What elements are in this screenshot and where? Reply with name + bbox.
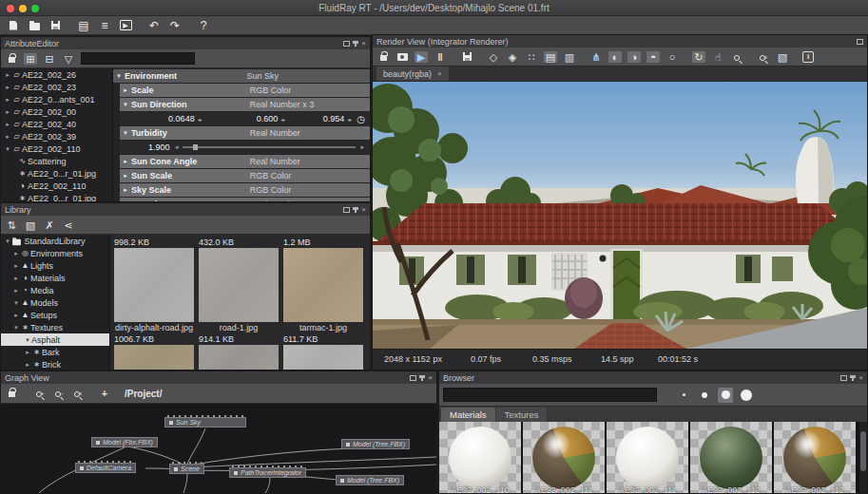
property-header[interactable]: ▸Sky ScaleRGB Color [120,183,370,197]
time-picker-icon[interactable]: ◷ [357,114,365,124]
close-panel-icon[interactable]: × [858,374,863,382]
tree-item[interactable]: ▸∗Bark [1,346,109,358]
turbidity-value[interactable]: 1.900 [148,142,170,152]
caret-icon[interactable]: ▸ [12,262,20,270]
render-button[interactable]: ▶ [116,17,135,34]
tree-item[interactable]: ∗AE22_0...r_01.jpg [1,167,112,180]
render-cube-icon[interactable]: ◇ [487,51,500,63]
caret-icon[interactable]: ▸ [4,84,11,91]
share-icon[interactable]: ⋖ [62,219,75,231]
float-panel-icon[interactable] [343,41,350,47]
caret-icon[interactable]: ▸ [4,133,11,141]
tree-item[interactable]: ▸▱AE22_002_23 [1,81,112,93]
node-path-tracer-integrator[interactable]: PathTracerIntegrator [229,467,306,478]
tree-item[interactable]: ▾ StandardLibrary [1,235,109,247]
save-scene-button[interactable] [46,17,65,34]
browser-search-input[interactable] [443,388,657,402]
track-camera-icon[interactable]: ▥ [563,51,576,63]
tree-item[interactable]: ▸◎Environments [1,247,109,259]
close-window-button[interactable] [7,5,14,12]
turbidity-slider[interactable] [183,146,356,148]
tree-item[interactable]: ▸▲Lights [1,259,109,272]
material-item[interactable]: AE22_002_112 [690,422,772,494]
texture-thumbnail[interactable] [114,248,194,322]
material-item[interactable]: AE22_002_112 [774,422,856,494]
material-item[interactable]: AE22_002_111 [607,422,688,494]
property-header[interactable]: ▸Sun ScaleRGB Color [120,169,370,182]
zoom-reset-icon[interactable]: x [71,388,85,399]
tree-item[interactable]: ∿Scattering [1,155,112,167]
tree-item[interactable]: ∗AE22_0...r_01.jpg [1,192,112,202]
tree-item[interactable]: ▸∗Brick [1,358,109,370]
tree-item[interactable]: ▸▱AE22_002_26 [1,68,112,81]
play-render-button[interactable]: ▶ [415,51,428,63]
tree-item[interactable]: ▸◑Materials [1,272,109,284]
caret-icon[interactable]: ▸ [4,71,11,79]
graph-breadcrumb[interactable]: /Project/ [125,389,162,399]
texture-thumbnail[interactable] [283,345,363,370]
value-y[interactable]: 0.600 [257,114,279,124]
tree-item[interactable]: ▸▱AE22_002_39 [1,130,112,142]
library-button[interactable]: ▤ [74,17,93,34]
node-model-tree-1[interactable]: Model (Tree.FBX) [341,439,410,449]
property-header[interactable]: ▸Sun Cone AngleReal Number [120,155,370,168]
property-header[interactable]: ▾EnvironmentSun Sky [113,69,370,83]
lock-icon[interactable] [5,53,18,65]
pin-panel-icon[interactable] [852,375,854,381]
value-z[interactable]: 0.954 [323,114,345,124]
caret-icon[interactable]: ▸ [4,96,11,104]
float-panel-icon[interactable] [857,39,863,45]
tonemap-off-icon[interactable]: ○ [665,51,679,63]
stepper-icon[interactable]: ◂▸ [347,116,351,123]
save-image-button[interactable] [460,51,473,63]
node-model-tree-2[interactable]: Model (Tree.FBX) [336,475,404,485]
caret-icon[interactable]: ▸ [12,275,20,282]
tiles-icon[interactable]: ∷ [525,51,538,63]
caret-icon[interactable]: ▾ [12,299,20,307]
float-panel-icon[interactable] [840,375,847,381]
caret-icon[interactable]: ▸ [12,250,20,257]
help-button[interactable]: ? [194,17,213,34]
thumb-size-medium-button[interactable] [718,388,733,403]
thumb-size-tiny-button[interactable] [676,388,691,403]
tab-beauty-rgba[interactable]: beauty(rgba) × [376,66,449,81]
caret-icon[interactable]: ▾ [12,324,20,332]
caret-icon[interactable]: ▸ [24,361,31,369]
attribute-search-input[interactable] [81,52,195,65]
add-node-icon[interactable]: + [98,388,111,399]
tree-item[interactable]: ◑AE22_002_110 [1,180,112,192]
material-item[interactable]: AE22_002_111 [523,422,605,494]
minimize-window-button[interactable] [19,5,27,12]
pin-panel-icon[interactable] [355,41,357,47]
zoom-out-icon[interactable]: − [52,388,66,399]
render-viewport[interactable] [373,82,867,349]
sort-icon[interactable]: ⇅ [5,219,18,231]
lock-icon[interactable] [5,388,18,399]
caret-icon[interactable]: ▾ [24,336,31,344]
texture-thumbnail[interactable] [199,345,279,370]
texture-thumbnail[interactable] [199,248,279,322]
zoom-reset-icon[interactable]: x [757,51,770,63]
contrast-icon[interactable]: ◑ [627,51,641,63]
tree-item[interactable]: ▸▱AE22_002_40 [1,118,112,130]
redo-button[interactable]: ↷ [165,17,184,34]
caret-icon[interactable]: ▾ [4,238,11,245]
filter-icon[interactable]: ▽ [62,53,75,65]
lock-icon[interactable] [376,51,390,63]
pause-render-button[interactable]: ‖ [434,51,447,63]
material-item[interactable]: AE22_002_110 [439,422,521,494]
zoom-in-icon[interactable]: + [33,388,47,399]
zoom-icon[interactable] [730,51,743,63]
pin-panel-icon[interactable] [421,375,423,381]
slider-left-icon[interactable]: ▸ [175,143,179,151]
close-panel-icon[interactable]: × [361,40,366,48]
caret-icon[interactable]: ▸ [12,312,20,319]
tree-item[interactable]: ▾▱AE22_002_110 [1,142,112,155]
flat-view-icon[interactable]: ⊟ [43,53,56,65]
tree-item[interactable]: ▸▱AE22_002_00 [1,105,112,118]
material-override-icon[interactable]: ◈ [506,51,519,63]
caret-icon[interactable]: ▸ [4,108,11,116]
scrollbar-thumb[interactable] [860,431,866,471]
node-default-camera[interactable]: DefaultCamera [75,463,136,473]
undo-button[interactable]: ↶ [145,17,164,34]
